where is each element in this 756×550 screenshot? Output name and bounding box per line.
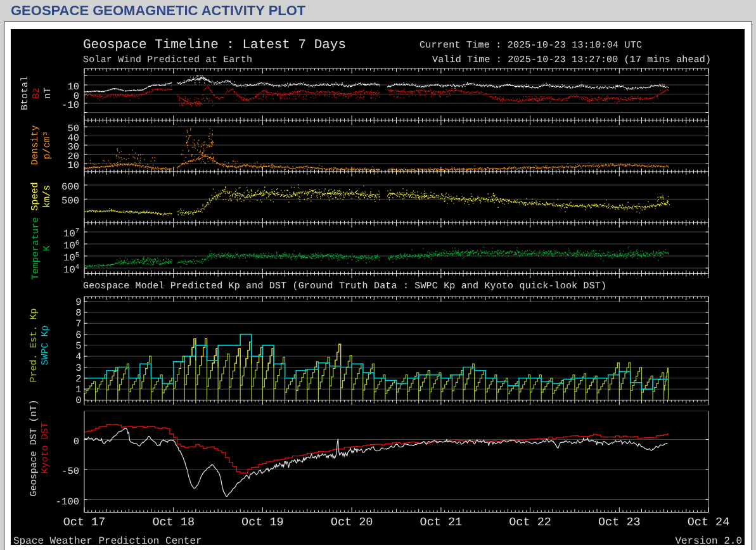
svg-text:Oct 20: Oct 20: [331, 516, 373, 529]
svg-text:Oct 21: Oct 21: [420, 516, 463, 529]
svg-text:Oct 24: Oct 24: [688, 516, 730, 529]
svg-text:Solar Wind Predicted at Earth: Solar Wind Predicted at Earth: [83, 54, 252, 65]
svg-text:-10: -10: [61, 99, 79, 111]
svg-text:Current Time : 2025-10-23 13:1: Current Time : 2025-10-23 13:10:04 UTC: [420, 40, 642, 51]
svg-text:K: K: [42, 245, 53, 251]
svg-text:p/cm³: p/cm³: [42, 131, 53, 159]
svg-text:Oct 18: Oct 18: [152, 516, 195, 529]
svg-text:Speed: Speed: [30, 182, 41, 210]
svg-text:-100: -100: [56, 496, 79, 508]
svg-text:6: 6: [75, 329, 81, 341]
svg-text:Space Weather Prediction Cente: Space Weather Prediction Center: [13, 535, 202, 545]
svg-text:Density: Density: [30, 125, 41, 165]
svg-text:Version 2.0: Version 2.0: [675, 535, 742, 545]
svg-text:7: 7: [75, 318, 81, 329]
svg-text:0: 0: [74, 436, 79, 447]
svg-text:Valid Time : 2025-10-23 13:27:: Valid Time : 2025-10-23 13:27:00 (17 min…: [432, 54, 711, 65]
svg-text:Bz: Bz: [31, 87, 42, 99]
svg-text:Pred. Est. Kp: Pred. Est. Kp: [29, 308, 39, 382]
svg-text:500: 500: [61, 195, 79, 207]
svg-text:Oct 23: Oct 23: [598, 516, 641, 529]
svg-text:2: 2: [75, 373, 81, 385]
svg-text:Oct 19: Oct 19: [241, 516, 284, 529]
svg-text:Geospace Model Predicted Kp an: Geospace Model Predicted Kp and DST (Gro…: [83, 281, 606, 291]
svg-text:9: 9: [75, 297, 81, 308]
svg-text:0: 0: [75, 395, 81, 406]
svg-text:nT: nT: [42, 87, 53, 99]
svg-text:10: 10: [67, 160, 79, 171]
svg-text:8: 8: [75, 307, 81, 319]
svg-text:Geospace Timeline : Latest 7 D: Geospace Timeline : Latest 7 Days: [83, 38, 346, 53]
svg-text:km/s: km/s: [42, 185, 53, 208]
svg-text:SWPC Kp: SWPC Kp: [40, 325, 51, 365]
svg-text:Oct 22: Oct 22: [509, 516, 551, 529]
svg-text:1: 1: [75, 384, 81, 395]
svg-text:Geospace DST (nT): Geospace DST (nT): [29, 399, 39, 496]
svg-text:Kyoto DST: Kyoto DST: [40, 422, 51, 473]
svg-text:Oct 17: Oct 17: [63, 516, 106, 529]
svg-text:5: 5: [75, 340, 81, 352]
svg-text:3: 3: [75, 362, 81, 374]
svg-text:600: 600: [61, 181, 79, 193]
svg-text:Btotal: Btotal: [20, 76, 30, 110]
svg-text:-50: -50: [61, 466, 79, 477]
svg-text:4: 4: [75, 351, 81, 362]
svg-text:Temperature: Temperature: [30, 217, 41, 279]
